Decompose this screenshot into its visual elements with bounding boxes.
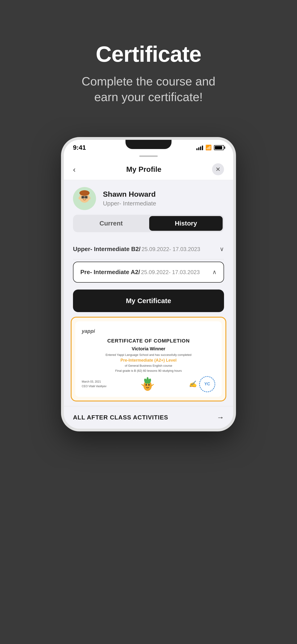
- cert-date: March 03, 2021: [82, 380, 106, 384]
- svg-point-12: [148, 384, 150, 386]
- course-dates-1: 25.09.2022- 17.03.2023: [142, 246, 200, 252]
- nav-bar: ‹ My Profile ✕: [64, 159, 233, 180]
- course-item-1[interactable]: Upper- Intermediate B2/ 25.09.2022- 17.0…: [73, 239, 224, 259]
- after-class-arrow-icon: →: [217, 413, 224, 422]
- close-button[interactable]: ✕: [212, 163, 224, 175]
- svg-point-4: [85, 196, 87, 198]
- signal-icon: [196, 145, 203, 150]
- my-certificate-button[interactable]: My Certificate: [73, 290, 224, 312]
- cert-mascot-area: [141, 376, 154, 392]
- status-icons: 📶: [196, 145, 224, 151]
- course-name-text: Upper- Intermediate B2/: [73, 246, 140, 252]
- chevron-down-icon-1: ∨: [220, 246, 224, 253]
- avatar: [73, 187, 96, 210]
- svg-point-2: [80, 190, 90, 196]
- tab-current[interactable]: Current: [74, 216, 148, 231]
- phone-mockup: 9:41 📶 ‹ My Profile: [61, 137, 236, 431]
- course-name-1: Upper- Intermediate B2/ 25.09.2022- 17.0…: [73, 246, 200, 253]
- certificate-card: yappi CERTIFICATE OF COMPLETION Victoria…: [75, 321, 222, 397]
- tab-container: Current History: [73, 215, 224, 232]
- avatar-image: [75, 189, 94, 208]
- profile-info: Shawn Howard Upper- Intermediate: [103, 190, 156, 207]
- svg-point-3: [82, 196, 84, 198]
- profile-level: Upper- Intermediate: [103, 200, 156, 207]
- battery-icon: [214, 145, 224, 150]
- cert-desc-line2: of General Business English course: [82, 364, 215, 368]
- cert-signature-stamp: ✍ YC: [189, 376, 215, 392]
- chevron-up-icon-2: ∧: [212, 268, 217, 276]
- svg-line-17: [152, 384, 153, 386]
- after-class-label: ALL AFTER CLASS ACTIVITIES: [73, 414, 168, 421]
- hero-title: Certificate: [96, 42, 202, 67]
- close-icon: ✕: [216, 166, 220, 173]
- cert-level: Pre-Intermediate (A2+) Level: [82, 358, 215, 363]
- course-name-2: Pre- Intermediate A2/ 25.09.2022- 17.03.…: [80, 268, 200, 276]
- hero-section: Certificate Complete the course andearn …: [0, 0, 297, 123]
- svg-point-8: [78, 197, 80, 200]
- certificate-card-wrapper: yappi CERTIFICATE OF COMPLETION Victoria…: [71, 317, 226, 401]
- svg-point-11: [146, 384, 147, 386]
- svg-line-16: [142, 384, 144, 386]
- wifi-icon: 📶: [205, 145, 212, 151]
- tab-switcher: Current History: [64, 215, 233, 237]
- cert-signature: ✍: [189, 380, 197, 388]
- after-class-section[interactable]: ALL AFTER CLASS ACTIVITIES →: [64, 406, 233, 429]
- cert-date-ceo: March 03, 2021 CEO Vitalii Vasiliyev: [82, 380, 106, 388]
- svg-point-9: [89, 197, 90, 200]
- profile-section: Shawn Howard Upper- Intermediate: [64, 180, 233, 215]
- course-list: Upper- Intermediate B2/ 25.09.2022- 17.0…: [64, 237, 233, 285]
- cert-stamp: YC: [199, 376, 215, 392]
- status-bar: 9:41 📶: [64, 140, 233, 154]
- phone-wrapper: 9:41 📶 ‹ My Profile: [61, 137, 236, 431]
- course-item-2[interactable]: Pre- Intermediate A2/ 25.09.2022- 17.03.…: [73, 262, 224, 282]
- cert-ceo: CEO Vitalii Vasiliyev: [82, 384, 106, 388]
- cert-mascot-image: [141, 376, 154, 392]
- scroll-pill: [139, 156, 158, 157]
- back-button[interactable]: ‹: [73, 165, 76, 174]
- cert-desc-line1: Entered Yappi Language School and has su…: [82, 353, 215, 357]
- scroll-indicator: [64, 154, 233, 159]
- yappi-logo: yappi: [82, 328, 215, 334]
- cert-grade: Final grade is B (82) 60 lessons 90 stud…: [82, 369, 215, 372]
- cert-recipient-name: Victoria Winner: [82, 346, 215, 352]
- profile-name: Shawn Howard: [103, 190, 156, 198]
- notch: [126, 140, 172, 149]
- page-title: My Profile: [126, 165, 162, 174]
- hero-subtitle: Complete the course andearn your certifi…: [82, 74, 215, 105]
- cert-footer: March 03, 2021 CEO Vitalii Vasiliyev: [82, 376, 215, 392]
- cert-title: CERTIFICATE OF COMPLETION: [82, 338, 215, 344]
- status-time: 9:41: [73, 144, 86, 151]
- tab-history[interactable]: History: [149, 216, 223, 231]
